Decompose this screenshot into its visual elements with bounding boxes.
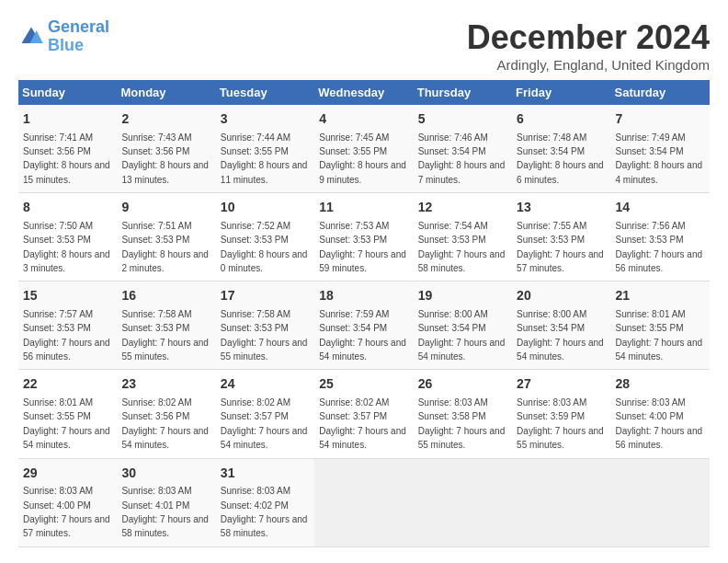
week-row-2: 8 Sunrise: 7:50 AMSunset: 3:53 PMDayligh… [18,193,710,282]
day-number: 6 [517,110,606,129]
day-info: Sunrise: 7:57 AMSunset: 3:53 PMDaylight:… [23,309,110,362]
day-cell: 3 Sunrise: 7:44 AMSunset: 3:55 PMDayligh… [216,105,314,193]
day-number: 14 [616,199,705,217]
month-title: December 2024 [467,18,710,57]
day-cell: 31 Sunrise: 8:03 AMSunset: 4:02 PMDaylig… [216,458,314,546]
day-info: Sunrise: 8:01 AMSunset: 3:55 PMDaylight:… [616,309,703,362]
day-info: Sunrise: 8:00 AMSunset: 3:54 PMDaylight:… [517,309,604,362]
day-info: Sunrise: 7:59 AMSunset: 3:54 PMDaylight:… [319,309,406,362]
week-row-1: 1 Sunrise: 7:41 AMSunset: 3:56 PMDayligh… [18,105,710,193]
day-cell: 27 Sunrise: 8:03 AMSunset: 3:59 PMDaylig… [512,370,610,458]
day-number: 18 [319,287,408,305]
day-number: 13 [517,199,606,217]
week-row-4: 22 Sunrise: 8:01 AMSunset: 3:55 PMDaylig… [18,370,710,458]
header-cell-thursday: Thursday [414,80,512,105]
day-info: Sunrise: 7:56 AMSunset: 3:53 PMDaylight:… [616,221,703,273]
calendar-table: SundayMondayTuesdayWednesdayThursdayFrid… [18,80,710,547]
day-number: 28 [616,375,705,394]
day-info: Sunrise: 7:54 AMSunset: 3:53 PMDaylight:… [418,221,506,273]
day-info: Sunrise: 7:53 AMSunset: 3:53 PMDaylight:… [319,221,406,273]
header-cell-friday: Friday [512,80,610,105]
day-info: Sunrise: 7:41 AMSunset: 3:56 PMDaylight:… [23,132,110,185]
day-number: 16 [121,287,210,305]
day-info: Sunrise: 7:43 AMSunset: 3:56 PMDaylight:… [121,132,209,185]
week-row-3: 15 Sunrise: 7:57 AMSunset: 3:53 PMDaylig… [18,282,710,370]
day-cell: 23 Sunrise: 8:02 AMSunset: 3:56 PMDaylig… [117,370,215,458]
day-cell: 7 Sunrise: 7:49 AMSunset: 3:54 PMDayligh… [611,105,710,193]
day-number: 27 [517,375,606,394]
day-info: Sunrise: 8:02 AMSunset: 3:56 PMDaylight:… [121,397,209,450]
day-cell: 18 Sunrise: 7:59 AMSunset: 3:54 PMDaylig… [314,282,413,370]
day-cell: 25 Sunrise: 8:02 AMSunset: 3:57 PMDaylig… [314,370,413,458]
day-cell: 16 Sunrise: 7:58 AMSunset: 3:53 PMDaylig… [117,282,215,370]
day-number: 9 [121,199,210,217]
logo-text: General Blue [48,18,109,55]
day-info: Sunrise: 8:03 AMSunset: 4:00 PMDaylight:… [616,397,703,450]
day-number: 15 [23,287,112,305]
day-info: Sunrise: 8:02 AMSunset: 3:57 PMDaylight:… [319,397,406,450]
day-number: 1 [23,110,112,129]
day-cell: 6 Sunrise: 7:48 AMSunset: 3:54 PMDayligh… [512,105,610,193]
day-number: 8 [23,199,112,217]
day-cell: 24 Sunrise: 8:02 AMSunset: 3:57 PMDaylig… [216,370,314,458]
day-cell [314,458,413,546]
day-number: 11 [319,199,408,217]
day-cell: 5 Sunrise: 7:46 AMSunset: 3:54 PMDayligh… [414,105,512,193]
day-cell [512,458,610,546]
day-cell: 19 Sunrise: 8:00 AMSunset: 3:54 PMDaylig… [414,282,512,370]
day-cell [414,458,512,546]
header-row: SundayMondayTuesdayWednesdayThursdayFrid… [18,80,710,105]
header-cell-saturday: Saturday [611,80,710,105]
day-info: Sunrise: 7:58 AMSunset: 3:53 PMDaylight:… [121,309,209,362]
day-info: Sunrise: 8:03 AMSunset: 4:01 PMDaylight:… [121,486,209,538]
header-cell-monday: Monday [117,80,215,105]
day-number: 22 [23,375,112,394]
title-area: December 2024 Ardingly, England, United … [467,18,710,73]
day-number: 10 [221,199,310,217]
logo-icon [18,24,44,50]
day-number: 21 [616,287,705,305]
day-info: Sunrise: 8:00 AMSunset: 3:54 PMDaylight:… [418,309,506,362]
day-cell: 21 Sunrise: 8:01 AMSunset: 3:55 PMDaylig… [611,282,710,370]
day-info: Sunrise: 8:02 AMSunset: 3:57 PMDaylight:… [221,397,308,450]
header-cell-wednesday: Wednesday [314,80,413,105]
day-cell: 1 Sunrise: 7:41 AMSunset: 3:56 PMDayligh… [18,105,117,193]
day-number: 2 [121,110,210,129]
day-number: 12 [418,199,507,217]
day-number: 31 [221,465,310,483]
header: General Blue December 2024 Ardingly, Eng… [18,18,710,73]
day-cell: 14 Sunrise: 7:56 AMSunset: 3:53 PMDaylig… [611,193,710,282]
day-cell: 20 Sunrise: 8:00 AMSunset: 3:54 PMDaylig… [512,282,610,370]
day-cell: 29 Sunrise: 8:03 AMSunset: 4:00 PMDaylig… [18,458,117,546]
day-cell: 4 Sunrise: 7:45 AMSunset: 3:55 PMDayligh… [314,105,413,193]
day-cell: 11 Sunrise: 7:53 AMSunset: 3:53 PMDaylig… [314,193,413,282]
day-cell: 15 Sunrise: 7:57 AMSunset: 3:53 PMDaylig… [18,282,117,370]
day-number: 7 [616,110,705,129]
day-info: Sunrise: 8:01 AMSunset: 3:55 PMDaylight:… [23,397,110,450]
day-number: 4 [319,110,408,129]
day-info: Sunrise: 7:58 AMSunset: 3:53 PMDaylight:… [221,309,308,362]
day-number: 5 [418,110,507,129]
day-number: 23 [121,375,210,394]
header-cell-sunday: Sunday [18,80,117,105]
day-info: Sunrise: 7:44 AMSunset: 3:55 PMDaylight:… [221,132,308,185]
day-cell: 17 Sunrise: 7:58 AMSunset: 3:53 PMDaylig… [216,282,314,370]
week-row-5: 29 Sunrise: 8:03 AMSunset: 4:00 PMDaylig… [18,458,710,546]
day-info: Sunrise: 7:51 AMSunset: 3:53 PMDaylight:… [121,221,209,273]
day-info: Sunrise: 7:52 AMSunset: 3:53 PMDaylight:… [221,221,308,273]
day-number: 26 [418,375,507,394]
day-number: 3 [221,110,310,129]
day-info: Sunrise: 8:03 AMSunset: 4:00 PMDaylight:… [23,486,110,538]
day-cell [611,458,710,546]
day-number: 17 [221,287,310,305]
day-number: 24 [221,375,310,394]
day-cell: 22 Sunrise: 8:01 AMSunset: 3:55 PMDaylig… [18,370,117,458]
day-cell: 13 Sunrise: 7:55 AMSunset: 3:53 PMDaylig… [512,193,610,282]
day-info: Sunrise: 8:03 AMSunset: 3:58 PMDaylight:… [418,397,506,450]
day-cell: 9 Sunrise: 7:51 AMSunset: 3:53 PMDayligh… [117,193,215,282]
day-info: Sunrise: 8:03 AMSunset: 4:02 PMDaylight:… [221,486,308,538]
day-info: Sunrise: 7:49 AMSunset: 3:54 PMDaylight:… [616,132,703,185]
day-cell: 28 Sunrise: 8:03 AMSunset: 4:00 PMDaylig… [611,370,710,458]
header-cell-tuesday: Tuesday [216,80,314,105]
day-cell: 30 Sunrise: 8:03 AMSunset: 4:01 PMDaylig… [117,458,215,546]
